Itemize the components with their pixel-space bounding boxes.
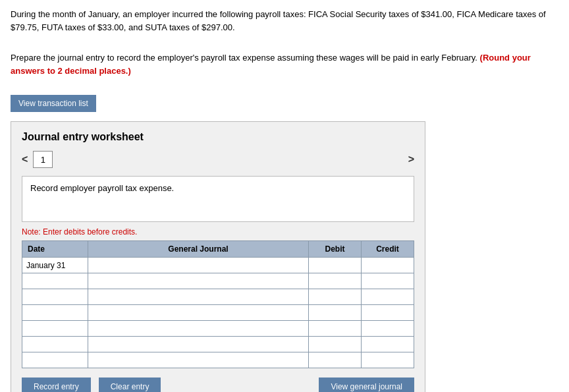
input-credit-3[interactable] (366, 308, 410, 318)
cell-credit-2 (362, 289, 414, 305)
col-header-general-journal: General Journal (88, 241, 309, 258)
cell-debit-5 (309, 337, 362, 352)
col-header-debit: Debit (309, 241, 362, 258)
table-row (22, 273, 414, 289)
cell-date-0: January 31 (22, 258, 88, 273)
input-debit-3[interactable] (313, 308, 357, 318)
view-transaction-button[interactable]: View transaction list (11, 95, 96, 112)
entry-description-box: Record employer payroll tax expense. (22, 176, 414, 222)
table-row (22, 289, 414, 305)
cell-journal-1 (88, 273, 309, 289)
worksheet-title: Journal entry worksheet (22, 131, 414, 143)
clear-entry-button[interactable]: Clear entry (99, 378, 161, 392)
nav-left: < 1 (22, 151, 53, 168)
input-debit-1[interactable] (313, 277, 357, 286)
cell-debit-2 (309, 289, 362, 305)
input-journal-5[interactable] (92, 340, 304, 349)
col-header-date: Date (22, 241, 88, 258)
cell-journal-0 (88, 258, 309, 273)
col-header-credit: Credit (362, 241, 414, 258)
cell-journal-2 (88, 289, 309, 305)
prev-page-button[interactable]: < (22, 154, 28, 165)
input-debit-0[interactable] (313, 261, 357, 270)
table-row (22, 352, 414, 368)
input-date-6[interactable] (26, 356, 84, 365)
input-credit-0[interactable] (366, 261, 410, 270)
cell-credit-3 (362, 305, 414, 321)
worksheet-nav-row: < 1 > (22, 151, 414, 168)
input-journal-1[interactable] (92, 277, 304, 286)
cell-debit-3 (309, 305, 362, 321)
cell-credit-4 (362, 321, 414, 337)
input-credit-6[interactable] (366, 356, 410, 365)
cell-debit-0 (309, 258, 362, 273)
journal-table: Date General Journal Debit Credit Januar… (22, 240, 414, 368)
input-debit-2[interactable] (313, 293, 357, 302)
action-buttons-row: Record entry Clear entry View general jo… (22, 378, 414, 392)
cell-journal-5 (88, 337, 309, 352)
input-journal-0[interactable] (92, 261, 304, 270)
input-date-4[interactable] (26, 324, 84, 333)
record-entry-button[interactable]: Record entry (22, 378, 91, 392)
cell-debit-1 (309, 273, 362, 289)
input-journal-4[interactable] (92, 324, 304, 333)
cell-journal-4 (88, 321, 309, 337)
intro-paragraph2-normal: Prepare the journal entry to record the … (11, 53, 477, 63)
intro-paragraph2: Prepare the journal entry to record the … (11, 51, 558, 77)
entry-description-text: Record employer payroll tax expense. (30, 183, 174, 193)
page-number: 1 (41, 155, 45, 165)
next-page-button[interactable]: > (408, 154, 414, 165)
cell-date-2 (22, 289, 88, 305)
input-date-3[interactable] (26, 308, 84, 318)
journal-entry-worksheet: Journal entry worksheet < 1 > Record emp… (11, 121, 425, 392)
input-debit-6[interactable] (313, 356, 357, 365)
table-row (22, 337, 414, 352)
cell-credit-5 (362, 337, 414, 352)
input-debit-4[interactable] (313, 324, 357, 333)
table-row: January 31 (22, 258, 414, 273)
input-journal-3[interactable] (92, 308, 304, 318)
input-credit-2[interactable] (366, 293, 410, 302)
cell-credit-0 (362, 258, 414, 273)
cell-date-5 (22, 337, 88, 352)
cell-date-4 (22, 321, 88, 337)
cell-date-3 (22, 305, 88, 321)
cell-journal-6 (88, 352, 309, 368)
table-row (22, 305, 414, 321)
note-text: Note: Enter debits before credits. (22, 227, 414, 237)
cell-journal-3 (88, 305, 309, 321)
input-journal-6[interactable] (92, 356, 304, 365)
cell-credit-1 (362, 273, 414, 289)
input-credit-5[interactable] (366, 340, 410, 349)
input-debit-5[interactable] (313, 340, 357, 349)
view-general-journal-button[interactable]: View general journal (319, 378, 414, 392)
cell-debit-4 (309, 321, 362, 337)
page-number-box: 1 (33, 151, 53, 168)
cell-date-1 (22, 273, 88, 289)
input-credit-1[interactable] (366, 277, 410, 286)
intro-paragraph1: During the month of January, an employer… (11, 8, 558, 34)
input-date-5[interactable] (26, 340, 84, 349)
input-credit-4[interactable] (366, 324, 410, 333)
cell-credit-6 (362, 352, 414, 368)
table-row (22, 321, 414, 337)
input-journal-2[interactable] (92, 293, 304, 302)
cell-date-6 (22, 352, 88, 368)
input-date-1[interactable] (26, 277, 84, 286)
input-date-2[interactable] (26, 293, 84, 302)
cell-debit-6 (309, 352, 362, 368)
